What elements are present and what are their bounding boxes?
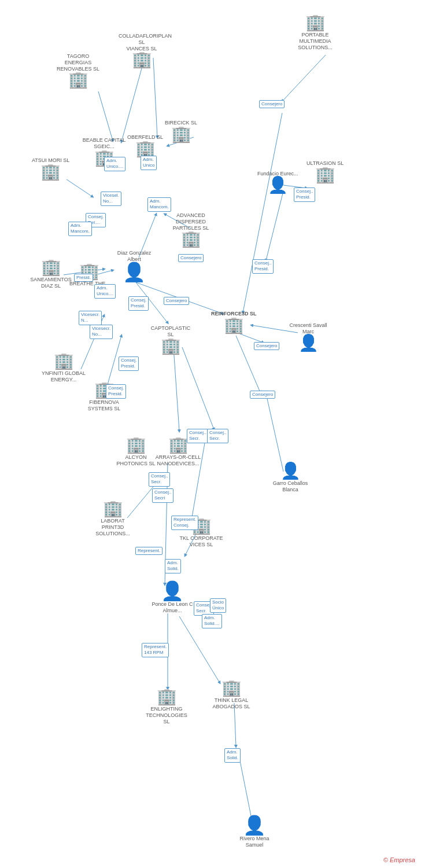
think-legal-label: THINK LEGAL ABOGADOS SL [208, 697, 254, 710]
watermark: © Empresa [383, 856, 415, 863]
person-icon-garro: 👤 [280, 463, 301, 479]
fundacio-eurec-node: Fundacio Eurec... 👤 [257, 170, 298, 193]
company-icon-atsui: 🏢 [40, 164, 61, 180]
captoplastic-label: CAPTOPLASTIC SL [147, 325, 194, 338]
svg-line-24 [240, 761, 252, 819]
badge-consej-presid-5[interactable]: Consej.Presid. [128, 296, 149, 311]
colladafloriplan-node: COLLADAFLORIPLAN SLVIANCES SL 🏢 [119, 32, 165, 68]
birecick-node: BIRECICK SL 🏢 [165, 119, 197, 142]
person-icon-fundacio: 👤 [268, 177, 288, 193]
company-icon-tagoro: 🏢 [68, 72, 88, 88]
saneamientos-node: 🏢 SANEAMIENTOS DIAZ SL [28, 259, 74, 289]
badge-consej-presid-2[interactable]: Consej..Presid. [252, 259, 274, 274]
ultrasion-node: ULTRASION SL 🏢 [306, 159, 344, 183]
svg-line-14 [182, 347, 214, 429]
badge-vicesel[interactable]: Vicesel.No... [101, 192, 121, 206]
think-legal-node: 🏢 THINK LEGAL ABOGADOS SL [208, 680, 254, 710]
portable-multimedia-label: PORTABLE MULTIMEDIA SOLUTIONS... [292, 32, 338, 50]
crescenti-savall-node: Crescenti Savall Marc 👤 [285, 321, 331, 351]
advanced-dispersed-node: ADVANCED DISPERSED PARTICLES SL 🏢 [168, 211, 214, 247]
badge-consejero-4[interactable]: Consejero [254, 342, 279, 350]
company-icon: 🏢 [305, 14, 326, 31]
company-icon-captoplastic: 🏢 [161, 338, 181, 354]
tagoro-node: TAGORO ENERGIAS RENOVABLES SL 🏢 [55, 52, 101, 88]
company-icon-enlighting: 🏢 [157, 689, 177, 705]
enlighting-label: ENLIGHTING TECHNOLOGIES SL [143, 706, 190, 724]
ponce-label: Ponce De Leon C Almue... [149, 601, 195, 614]
svg-line-3 [243, 113, 282, 312]
badge-consej-presid-3[interactable]: Consej.Presid. [119, 356, 139, 371]
badge-represent-143rpm[interactable]: Represent.143 RPM [142, 643, 169, 657]
badge-consejero-2[interactable]: Consejero [164, 297, 189, 305]
badge-vicesecr-1[interactable]: Vicesecr.N... [79, 311, 102, 325]
person-icon-ponce: 👤 [161, 582, 184, 600]
badge-represent[interactable]: Represent. [135, 547, 163, 555]
badge-consej-presid-4[interactable]: Consej.Presid. [106, 384, 126, 399]
svg-line-29 [67, 179, 93, 197]
captoplastic-node: CAPTOPLASTIC SL 🏢 [147, 324, 194, 354]
saneamientos-label: SANEAMIENTOS DIAZ SL [28, 277, 74, 289]
badge-adm-mancom-2[interactable]: Adm.Mancom. [68, 222, 92, 236]
badge-adm-solid-1[interactable]: Adm.Solid. [165, 559, 181, 573]
badge-consej-secr-3[interactable]: Consej..Secr. [149, 472, 170, 487]
garro-ceballos-node: 👤 Garro Ceballos Blanca [267, 463, 313, 493]
person-icon-diaz: 👤 [123, 263, 146, 281]
garro-label: Garro Ceballos Blanca [267, 480, 313, 493]
enlighting-node: 🏢 ENLIGHTING TECHNOLOGIES SL [143, 689, 190, 724]
svg-line-19 [266, 393, 283, 472]
badge-adm-solid-2[interactable]: Adm.Solid.... [202, 614, 222, 628]
badge-consej-secr-1[interactable]: Consej..Secr. [187, 429, 208, 443]
badge-consej-secri[interactable]: Consej..Secri [152, 488, 173, 503]
badge-adm-mancom-1[interactable]: Adm.Mancom. [147, 197, 171, 212]
ynfiniti-node: 🏢 YNFINITI GLOBAL ENERGY... [40, 353, 87, 383]
person-icon-rivero: 👤 [243, 816, 266, 834]
badge-socio-unico[interactable]: SocioÚnico [210, 598, 226, 613]
company-icon-advanced: 🏢 [181, 231, 201, 247]
badge-represent-consej[interactable]: Represent.Consej. [171, 516, 198, 530]
advanced-dispersed-label: ADVANCED DISPERSED PARTICLES SL [168, 212, 214, 231]
crescenti-savall-label: Crescenti Savall Marc [285, 322, 331, 335]
diaz-gonzalez-node: Diaz Gonzalez Albert 👤 [111, 249, 157, 281]
badge-adm-unico-2[interactable]: Adm.Unico [141, 156, 157, 170]
company-icon-oberfeld: 🏢 [135, 141, 156, 157]
oberfeld-node: OBERFELD SL 🏢 [127, 133, 163, 157]
company-icon-birecick: 🏢 [171, 126, 191, 142]
svg-line-8 [98, 91, 113, 141]
arrays-label: ARRAYS-OR-CELL NANODEVICES... [155, 454, 201, 467]
badge-presid[interactable]: Presid. [74, 274, 93, 282]
badge-consej-presid-1[interactable]: Consej..Presid. [294, 187, 315, 202]
atsui-mori-node: ATSUI MORI SL 🏢 [32, 156, 69, 180]
company-icon-ultrasion: 🏢 [315, 167, 335, 183]
svg-line-7 [153, 58, 157, 137]
ponce-de-leon-node: 👤 Ponce De Leon C Almue... [149, 582, 195, 614]
svg-line-15 [237, 333, 263, 343]
network-graph: 🏢 PORTABLE MULTIMEDIA SOLUTIONS... COLLA… [0, 0, 421, 868]
badge-consej-secr-2[interactable]: Consej..Secr. [207, 429, 228, 443]
svg-line-2 [282, 55, 326, 101]
rivero-label: Rivero Mena Samuel [231, 836, 278, 848]
reinforce3d-node: REINFORCE3D SL 🏢 [211, 310, 257, 333]
tagoro-label: TAGORO ENERGIAS RENOVABLES SL [55, 53, 101, 72]
svg-line-6 [121, 58, 145, 142]
company-icon-ynfiniti: 🏢 [54, 353, 74, 369]
ynfiniti-label: YNFINITI GLOBAL ENERGY... [40, 370, 87, 383]
company-icon-arrays: 🏢 [168, 437, 189, 453]
badge-adm-unico-3[interactable]: Adm.Unico.... [94, 284, 116, 299]
portable-multimedia-node: 🏢 PORTABLE MULTIMEDIA SOLUTIONS... [292, 14, 338, 50]
tkl-label: TKL CORPORATE VICES SL [178, 535, 224, 548]
badge-consejero-1[interactable]: Consejero [259, 100, 285, 108]
colladafloriplan-label: COLLADAFLORIPLAN SLVIANCES SL [119, 33, 165, 52]
badge-consejero-3[interactable]: Consejero [178, 254, 204, 262]
badge-adm-unico-1[interactable]: Adm.Unico.... [104, 157, 125, 171]
laborat-print3d-node: 🏢 LABORAT PRINT3D SOLUTIONS... [90, 501, 136, 536]
badge-adm-solid-3[interactable]: Adm.Solid. [224, 748, 241, 763]
laborat-label: LABORAT PRINT3D SOLUTIONS... [90, 518, 136, 536]
badge-vicesecr-2[interactable]: Vicesecr.No... [90, 325, 113, 339]
company-icon-alcyon: 🏢 [126, 437, 146, 453]
diaz-gonzalez-label: Diaz Gonzalez Albert [111, 250, 157, 263]
rivero-mena-node: 👤 Rivero Mena Samuel [231, 816, 278, 848]
badge-consejero-5[interactable]: Consejero [250, 391, 275, 399]
beable-capital-label: BEABLE CAPITAL SGEIC... [81, 137, 127, 150]
company-icon-reinforce3d: 🏢 [224, 317, 244, 333]
alcyon-label: ALCYON PHOTONICS SL [113, 454, 159, 467]
